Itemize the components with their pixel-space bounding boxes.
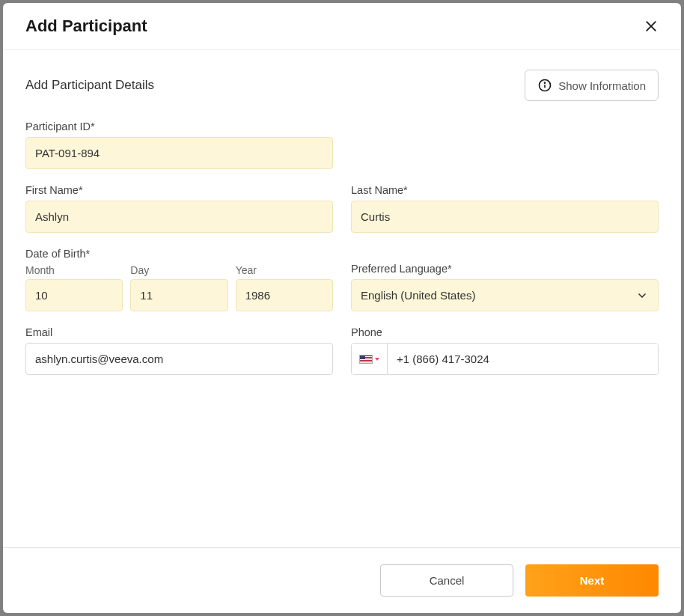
next-button[interactable]: Next [525,564,659,597]
last-name-field: Last Name* [351,184,659,233]
dob-row: Month Day Year [25,264,333,311]
dob-month-label: Month [25,264,123,276]
participant-id-input[interactable] [25,137,333,169]
modal-title: Add Participant [25,16,147,36]
last-name-label: Last Name* [351,184,659,196]
svg-point-4 [545,82,546,83]
dob-field: Date of Birth* Month Day Year [25,248,333,311]
dob-day-group: Day [130,264,228,311]
section-header: Add Participant Details Show Information [25,70,659,101]
dob-month-input[interactable] [25,279,123,311]
last-name-input[interactable] [351,201,659,233]
dob-day-label: Day [130,264,228,276]
language-value: English (United States) [351,279,659,311]
participant-id-label: Participant ID* [25,121,333,132]
cancel-button[interactable]: Cancel [380,564,513,597]
dob-label: Date of Birth* [25,248,333,260]
dob-month-group: Month [25,264,123,311]
add-participant-modal: Add Participant Add Participant Details … [3,3,681,613]
modal-header: Add Participant [3,3,681,50]
form-grid: Participant ID* First Name* Last Name* D… [25,121,659,375]
caret-down-icon [375,358,379,361]
dob-year-group: Year [236,264,333,311]
phone-label: Phone [351,326,659,338]
first-name-label: First Name* [25,184,333,196]
first-name-field: First Name* [25,184,333,233]
close-icon[interactable] [644,19,659,34]
section-title: Add Participant Details [25,78,154,93]
dob-day-input[interactable] [130,279,228,311]
participant-id-field: Participant ID* [25,121,333,169]
phone-input[interactable] [388,344,658,374]
email-input[interactable] [25,343,333,375]
modal-footer: Cancel Next [3,547,681,613]
dob-year-label: Year [236,264,333,276]
show-information-label: Show Information [558,79,646,92]
show-information-button[interactable]: Show Information [525,70,659,101]
country-code-button[interactable] [352,344,388,374]
first-name-input[interactable] [25,201,333,233]
spacer [351,121,659,169]
phone-field: Phone [351,326,659,375]
email-label: Email [25,326,333,338]
language-select[interactable]: English (United States) [351,279,659,311]
modal-body: Add Participant Details Show Information… [3,50,681,547]
language-label: Preferred Language* [351,263,659,275]
info-icon [537,78,552,93]
dob-year-input[interactable] [236,279,333,311]
phone-wrap [351,343,659,375]
us-flag-icon [359,355,373,364]
email-field: Email [25,326,333,375]
language-field: Preferred Language* English (United Stat… [351,248,659,311]
